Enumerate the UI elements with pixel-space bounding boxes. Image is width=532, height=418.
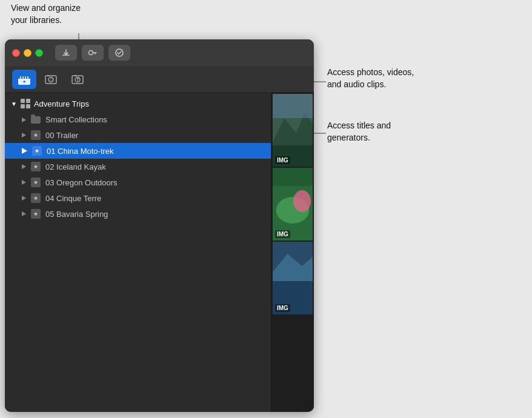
sidebar-item-china[interactable]: ★ 01 China Moto-trek [5, 143, 271, 159]
tab-titles[interactable]: T [65, 70, 90, 89]
thumbnail-1: IMG [273, 94, 313, 167]
iceland-label: 02 Iceland Kayak [45, 162, 106, 171]
star-badge-cinque: ★ [31, 193, 41, 203]
titlebar [5, 39, 314, 66]
svg-rect-27 [273, 94, 313, 118]
star-badge-china: ★ [32, 146, 42, 156]
thumbnail-3: IMG [273, 242, 313, 314]
svg-text:T: T [76, 77, 79, 82]
arrow-oregon [22, 180, 26, 185]
sidebar: ▼ Adventure Trips Smart Collections ★ [5, 93, 271, 412]
check-icon [115, 48, 124, 58]
thumb2-label: IMG [275, 230, 290, 238]
minimize-button[interactable] [24, 49, 32, 57]
star-badge-oregon: ★ [31, 177, 41, 187]
sidebar-item-cinque[interactable]: ★ 04 Cinque Terre [5, 190, 271, 206]
app-window: ★ ♫ T [5, 39, 314, 412]
thumb3-image [273, 242, 313, 314]
star-badge-bavaria: ★ [31, 209, 41, 219]
arrow-trailer [22, 133, 26, 138]
sidebar-item-iceland[interactable]: ★ 02 Iceland Kayak [5, 159, 271, 174]
bavaria-label: 05 Bavaria Spring [45, 210, 108, 219]
close-button[interactable] [12, 49, 20, 57]
library-grid-icon [21, 99, 30, 108]
arrow-cinque [22, 196, 26, 201]
sidebar-item-trailer[interactable]: ★ 00 Trailer [5, 127, 271, 143]
tooltip-organize: View and organize your libraries. [11, 2, 132, 26]
import-button[interactable] [55, 45, 77, 61]
svg-rect-10 [18, 76, 30, 79]
svg-rect-18 [47, 75, 50, 76]
arrow-iceland [22, 164, 26, 169]
thumb1-image [273, 94, 313, 167]
svg-rect-31 [273, 168, 313, 186]
sidebar-item-smart-collections[interactable]: Smart Collections [5, 112, 271, 127]
main-content: ▼ Adventure Trips Smart Collections ★ [5, 93, 314, 412]
star-badge-iceland: ★ [31, 162, 41, 171]
tab-movies[interactable]: ★ [12, 70, 36, 89]
tab-audio[interactable]: ♫ [39, 70, 63, 89]
sidebar-item-oregon[interactable]: ★ 03 Oregon Outdoors [5, 174, 271, 190]
maximize-button[interactable] [35, 49, 43, 57]
trailer-label: 00 Trailer [45, 131, 78, 140]
oregon-label: 03 Oregon Outdoors [45, 178, 118, 187]
key-button[interactable] [82, 45, 104, 61]
arrow-smart [22, 118, 26, 122]
smart-collections-label: Smart Collections [45, 115, 107, 124]
check-button[interactable] [108, 45, 130, 61]
media-tabs: ★ ♫ T [5, 66, 314, 93]
arrow-china [22, 148, 27, 154]
cinque-label: 04 Cinque Terre [45, 194, 101, 203]
sidebar-item-bavaria[interactable]: ★ 05 Bavaria Spring [5, 206, 271, 222]
movies-icon: ★ [18, 73, 31, 85]
thumb3-label: IMG [275, 304, 290, 312]
arrow-bavaria [22, 211, 26, 216]
thumbnail-2: IMG [273, 168, 313, 241]
import-icon [62, 48, 70, 57]
key-icon [88, 48, 98, 57]
titles-icon: T [71, 73, 84, 86]
library-name: Adventure Trips [34, 99, 89, 108]
thumb2-image [273, 168, 313, 241]
disclosure-arrow: ▼ [11, 101, 17, 107]
traffic-lights [12, 49, 43, 57]
audio-icon: ♫ [44, 73, 58, 86]
tooltip-media: Access photos, videos,and audio clips. [327, 67, 461, 90]
preview-panel: IMG IMG [271, 93, 314, 412]
tooltip-titles: Access titles andgenerators. [327, 120, 461, 144]
svg-text:♫: ♫ [50, 77, 53, 82]
toolbar-buttons [55, 45, 130, 61]
thumb1-label: IMG [275, 156, 290, 164]
china-label: 01 China Moto-trek [47, 147, 114, 156]
svg-point-30 [293, 190, 311, 212]
star-badge-trailer: ★ [31, 130, 41, 140]
svg-rect-22 [74, 75, 76, 76]
folder-icon-smart [31, 116, 41, 124]
preview-grid: IMG IMG [271, 93, 314, 316]
library-header[interactable]: ▼ Adventure Trips [5, 95, 271, 112]
svg-text:★: ★ [22, 79, 26, 84]
